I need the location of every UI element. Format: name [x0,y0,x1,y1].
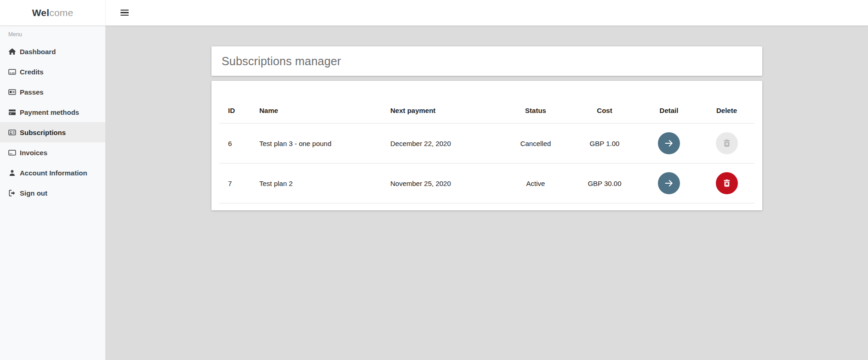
subscriptions-table-card: ID Name Next payment Status Cost Detail … [211,81,762,210]
sidebar-item-label: Dashboard [20,48,56,56]
brand-logo-light: come [49,7,73,18]
cell-id: 6 [219,140,251,147]
brand-logo-bold: Wel [32,7,50,18]
sidebar-item-dashboard[interactable]: Dashboard [0,41,105,62]
payment-card-icon [8,108,16,116]
detail-button[interactable] [658,132,680,154]
sidebar-item-label: Payment methods [20,108,79,116]
sidebar-item-label: Account Information [20,169,87,177]
cell-status: Active [501,180,570,187]
cell-cost: GBP 30.00 [570,180,639,187]
invoice-icon [8,149,16,157]
column-header-id: ID [219,107,251,114]
home-icon [8,48,16,56]
table-row: 6 Test plan 3 - one pound December 22, 2… [219,124,754,163]
sidebar-item-account-information[interactable]: Account Information [0,163,105,183]
cell-cost: GBP 1.00 [570,140,639,147]
sign-out-icon [8,189,16,197]
sidebar-item-label: Invoices [20,149,47,157]
sidebar-item-label: Passes [20,88,44,96]
detail-button[interactable] [658,172,680,194]
sidebar: Menu Dashboard Credits Passes Payment me… [0,26,106,360]
trash-x-icon [722,179,731,188]
sidebar-item-label: Subscriptions [20,129,66,136]
main-content: Subscriptions manager ID Name Next payme… [106,26,868,360]
sidebar-item-label: Sign out [20,189,47,197]
topbar: Welcome [0,0,868,26]
page-title: Subscriptions manager [222,55,341,68]
topbar-main [106,0,868,25]
table-row: 7 Test plan 2 November 25, 2020 Active G… [219,163,754,203]
delete-button-disabled [716,132,738,154]
delete-button[interactable] [716,172,738,194]
menu-toggle-button[interactable] [119,8,131,18]
cell-next-payment: November 25, 2020 [382,180,501,187]
sidebar-item-payment-methods[interactable]: Payment methods [0,102,105,122]
arrow-right-icon [664,178,674,188]
column-header-next-payment: Next payment [382,107,501,114]
column-header-cost: Cost [570,107,639,114]
trash-x-icon [722,139,731,148]
sidebar-item-label: Credits [20,68,44,76]
column-header-detail: Detail [639,107,699,114]
column-header-name: Name [251,107,382,114]
column-header-status: Status [501,107,570,114]
sidebar-item-credits[interactable]: Credits [0,62,105,82]
sidebar-item-sign-out[interactable]: Sign out [0,183,105,203]
sidebar-item-passes[interactable]: Passes [0,82,105,102]
address-card-icon [8,129,16,136]
page-title-card: Subscriptions manager [211,46,762,76]
sidebar-section-label: Menu [0,29,105,41]
cell-name: Test plan 3 - one pound [251,140,382,147]
column-header-delete: Delete [699,107,754,114]
id-card-icon [8,88,16,96]
hamburger-icon [120,10,129,11]
brand-logo: Welcome [0,0,106,25]
sidebar-item-subscriptions[interactable]: Subscriptions [0,122,105,142]
table-header-row: ID Name Next payment Status Cost Detail … [219,81,754,124]
cell-status: Cancelled [501,140,570,147]
cell-next-payment: December 22, 2020 [382,140,501,147]
cell-name: Test plan 2 [251,180,382,187]
credit-card-icon [8,68,16,76]
sidebar-item-invoices[interactable]: Invoices [0,142,105,163]
user-icon [8,169,16,177]
arrow-right-icon [664,138,674,148]
cell-id: 7 [219,180,251,187]
